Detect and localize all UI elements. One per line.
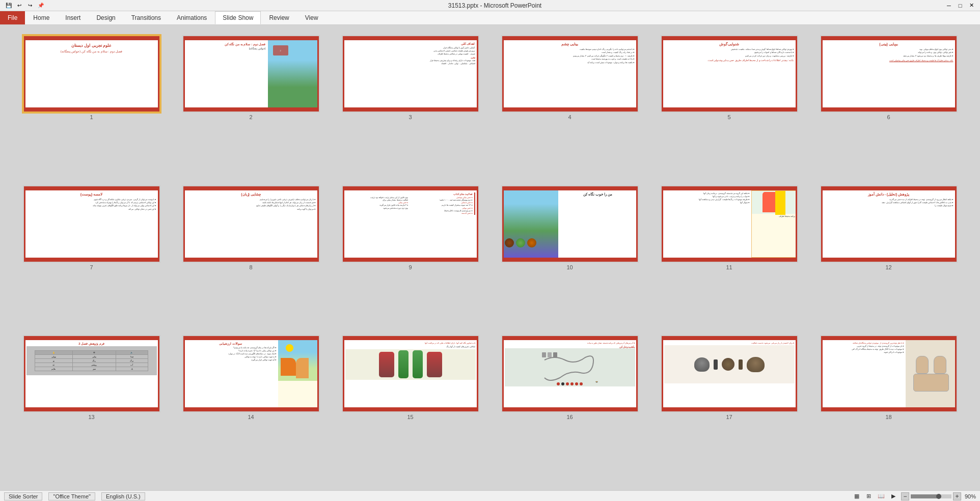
slide-number-18: 18 (885, 414, 891, 420)
zoom-out-button[interactable]: − (901, 492, 909, 500)
theme-tag[interactable]: "Office Theme" (48, 492, 95, 500)
slide-grid: علوم تجربی اول دبستان فصل دوم : سلام به … (0, 25, 980, 490)
slide-number-8: 8 (249, 264, 252, 270)
slide-4[interactable]: بینایی چشم ● با چشم می‌توانیم داده را بگ… (494, 35, 646, 180)
slideshow-view-button[interactable]: ▶ (889, 492, 898, 501)
zoom-level: 90% (965, 493, 976, 499)
undo-button[interactable]: ↩ (15, 1, 24, 10)
slide-9[interactable]: فعالیت‌ های کتاب ● حس بینایی پوشش ● ترم … (334, 185, 486, 330)
zoom-control[interactable]: − + 90% (901, 492, 976, 500)
slide-number-5: 5 (727, 114, 730, 120)
slide-number-11: 11 (726, 264, 732, 270)
slide-2[interactable]: فصل دوم : سلام به من نگاه کن (حواس پنجگا… (175, 35, 327, 180)
slide-number-3: 3 (409, 114, 412, 120)
tab-animations[interactable]: Animations (169, 11, 214, 24)
slide-number-1: 1 (90, 114, 93, 120)
slide-number-7: 7 (90, 264, 93, 270)
quick-access-toolbar[interactable]: 💾 ↩ ↪ 📌 (4, 1, 45, 10)
reading-view-button[interactable]: 📖 (877, 492, 886, 501)
slide-11[interactable]: ● شاهد این گروه می‌نشستند گروه‌بندی درما… (653, 185, 805, 330)
slide-number-6: 6 (887, 114, 890, 120)
tab-design[interactable]: Design (89, 11, 123, 24)
normal-view-button[interactable]: ▦ (852, 492, 861, 501)
slide-18[interactable]: ● با نظر توجه‌ترین گروه‌بندی از موجودی ح… (812, 335, 965, 480)
slide-12[interactable]: پژوهش (تحلیل) - دانش آموز ● شاهد انتظار … (812, 185, 965, 330)
slide-8[interactable]: چشایی (زبان) ● با زبان می‌توانیم مختلف (… (175, 185, 327, 330)
slide-16[interactable]: ● آدرس‌های آدرس‌هایی که برنامه هستند هما… (494, 335, 646, 480)
slide-number-4: 4 (568, 114, 571, 120)
slide-1[interactable]: علوم تجربی اول دبستان فصل دوم : سلام به … (15, 35, 168, 180)
tab-file[interactable]: File (0, 11, 25, 24)
slide-13[interactable]: فرم پژوهش فصل 2 🔊👁👃 صدابیناییبویایی برگر… (15, 335, 168, 480)
tab-view[interactable]: View (297, 11, 326, 24)
slide-10[interactable]: من را خوب نگاه کن 10 (494, 185, 646, 330)
slide-number-9: 9 (409, 264, 412, 270)
slide-17[interactable]: ● برای کشیدن از راز می‌یابی می‌شود نخست … (653, 335, 805, 480)
zoom-slider[interactable] (911, 494, 951, 498)
ribbon: File Home Insert Design Transitions Anim… (0, 11, 980, 25)
main-area: علوم تجربی اول دبستان فصل دوم : سلام به … (0, 25, 980, 490)
maximize-button[interactable]: □ (956, 1, 965, 10)
window-title: 31513.pptx - Microsoft PowerPoint (45, 2, 944, 9)
slide-5[interactable]: شنوایی گوش ● بهره‌ی توانایی صداها، انواع… (653, 35, 805, 180)
slide-number-10: 10 (566, 264, 573, 270)
tab-transitions[interactable]: Transitions (124, 11, 169, 24)
slide-sorter-tag[interactable]: Slide Sorter (4, 492, 42, 500)
tab-home[interactable]: Home (25, 11, 57, 24)
language-tag[interactable]: English (U.S.) (101, 492, 145, 500)
slide-15[interactable]: ● به تصاویر نگاه کنید آنها دارای اطلاعات… (334, 335, 486, 480)
slide-number-2: 2 (249, 114, 252, 120)
zoom-in-button[interactable]: + (953, 492, 961, 500)
slide-3[interactable]: اهداف کلی آشنایی دانش آموز با توانایی پن… (334, 35, 486, 180)
slide-number-13: 13 (88, 414, 94, 420)
window-controls[interactable]: ─ □ ✕ (944, 1, 976, 10)
minimize-button[interactable]: ─ (944, 1, 954, 10)
slide-number-12: 12 (885, 264, 891, 270)
status-bar: Slide Sorter "Office Theme" English (U.S… (0, 490, 980, 501)
slide-14[interactable]: سوالات ارزشیابی ● اگر شرکت‌ها در نمام گر… (175, 335, 327, 480)
slide-number-14: 14 (248, 414, 254, 420)
slide-number-17: 17 (726, 414, 732, 420)
slide-7[interactable]: لامسه (پوست) ● با پوست می‌توانی از گرمی،… (15, 185, 168, 330)
status-left: Slide Sorter "Office Theme" English (U.S… (4, 492, 145, 500)
title-bar: 💾 ↩ ↪ 📌 31513.pptx - Microsoft PowerPoin… (0, 0, 980, 11)
close-button[interactable]: ✕ (967, 1, 976, 10)
tab-review[interactable]: Review (261, 11, 296, 24)
ribbon-tabs: File Home Insert Design Transitions Anim… (0, 11, 980, 24)
status-right: ▦ ⊞ 📖 ▶ − + 90% (852, 492, 976, 501)
customize-button[interactable]: 📌 (36, 1, 45, 10)
slide-number-16: 16 (566, 414, 573, 420)
tab-slideshow[interactable]: Slide Show (215, 11, 261, 24)
redo-button[interactable]: ↪ (25, 1, 35, 10)
slide-sorter-view-button[interactable]: ⊞ (864, 492, 874, 501)
save-button[interactable]: 💾 (4, 1, 13, 10)
slide-number-15: 15 (407, 414, 413, 420)
slide-6[interactable]: بویایی (بینی) ● بدنی توانایی بوی انواع م… (812, 35, 965, 180)
tab-insert[interactable]: Insert (58, 11, 88, 24)
